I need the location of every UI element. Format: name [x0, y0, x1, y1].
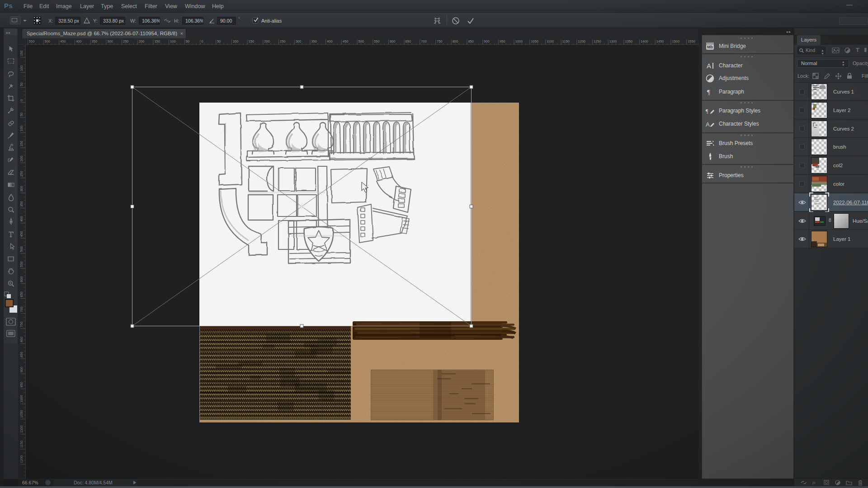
svg-text:1050: 1050	[19, 410, 24, 418]
svg-text:600: 600	[390, 39, 396, 43]
svg-text:700: 700	[421, 39, 427, 43]
svg-text:0: 0	[19, 99, 24, 101]
svg-text:1050: 1050	[531, 39, 538, 43]
svg-text:800: 800	[453, 39, 458, 43]
svg-text:750: 750	[437, 39, 443, 43]
svg-text:1300: 1300	[609, 39, 617, 43]
svg-text:A: A	[707, 62, 711, 70]
svg-text:900: 900	[484, 39, 490, 43]
svg-text:300: 300	[296, 39, 302, 43]
svg-text:Mb: Mb	[707, 45, 713, 49]
svg-text:50: 50	[19, 113, 24, 116]
svg-text:400: 400	[19, 216, 24, 222]
svg-text:950: 950	[19, 382, 24, 388]
svg-text:1100: 1100	[19, 426, 24, 433]
svg-text:1500: 1500	[672, 39, 680, 43]
svg-text:A: A	[706, 121, 710, 128]
svg-text:950: 950	[500, 39, 505, 43]
svg-text:200: 200	[19, 156, 24, 162]
svg-text:150: 150	[154, 39, 160, 43]
svg-text:100: 100	[170, 39, 176, 43]
svg-text:1550: 1550	[688, 39, 695, 43]
svg-text:350: 350	[19, 201, 24, 207]
svg-text:1150: 1150	[562, 39, 570, 43]
svg-text:100: 100	[19, 126, 24, 131]
svg-text:550: 550	[29, 39, 35, 43]
svg-text:1200: 1200	[578, 39, 585, 43]
svg-text:150: 150	[249, 39, 255, 43]
svg-text:450: 450	[19, 231, 24, 237]
svg-text:900: 900	[19, 367, 24, 373]
svg-text:1150: 1150	[19, 441, 24, 448]
svg-text:300: 300	[19, 186, 24, 192]
svg-text:1200: 1200	[19, 455, 24, 463]
svg-text:150: 150	[19, 141, 24, 147]
svg-text:250: 250	[19, 171, 24, 177]
svg-text:1400: 1400	[641, 39, 648, 43]
svg-text:700: 700	[19, 306, 24, 312]
svg-text:550: 550	[374, 39, 380, 43]
svg-text:300: 300	[107, 39, 113, 43]
svg-text:¶: ¶	[707, 89, 710, 96]
svg-text:650: 650	[406, 39, 411, 43]
svg-text:500: 500	[45, 39, 51, 43]
svg-text:200: 200	[264, 39, 270, 43]
svg-text:1250: 1250	[594, 39, 601, 43]
svg-text:400: 400	[76, 39, 82, 43]
svg-text:50: 50	[217, 39, 221, 43]
svg-text:100: 100	[233, 39, 239, 43]
svg-text:450: 450	[343, 39, 349, 43]
svg-text:500: 500	[359, 39, 364, 43]
svg-text:600: 600	[19, 277, 24, 282]
svg-text:0: 0	[202, 39, 203, 43]
svg-text:200: 200	[139, 39, 145, 43]
svg-text:800: 800	[19, 337, 24, 343]
svg-text:50: 50	[186, 39, 189, 43]
svg-text:750: 750	[19, 322, 24, 328]
svg-text:50: 50	[19, 82, 24, 86]
svg-text:450: 450	[60, 39, 66, 43]
svg-text:100: 100	[19, 66, 24, 71]
svg-text:650: 650	[19, 291, 24, 297]
svg-text:150: 150	[19, 50, 24, 56]
svg-text:¶: ¶	[706, 108, 708, 114]
svg-text:1350: 1350	[625, 39, 632, 43]
svg-text:850: 850	[468, 39, 474, 43]
svg-text:1100: 1100	[547, 39, 554, 43]
svg-text:350: 350	[92, 39, 98, 43]
svg-text:fx: fx	[812, 480, 816, 485]
svg-text:250: 250	[280, 39, 286, 43]
svg-text:550: 550	[19, 261, 24, 267]
svg-text:400: 400	[327, 39, 333, 43]
svg-text:250: 250	[123, 39, 129, 43]
svg-text:1450: 1450	[656, 39, 664, 43]
svg-text:1000: 1000	[19, 395, 24, 403]
svg-text:850: 850	[19, 352, 24, 357]
svg-text:1000: 1000	[515, 39, 523, 43]
svg-text:350: 350	[311, 39, 317, 43]
svg-text:500: 500	[19, 246, 24, 252]
